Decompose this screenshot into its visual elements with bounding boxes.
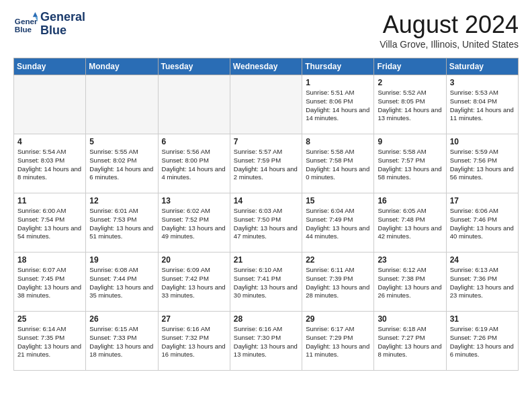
calendar-cell: 5Sunrise: 5:55 AMSunset: 8:02 PMDaylight…	[86, 134, 158, 193]
calendar-cell: 29Sunrise: 6:17 AMSunset: 7:29 PMDayligh…	[302, 312, 374, 371]
day-number: 9	[378, 137, 442, 146]
calendar-cell: 13Sunrise: 6:02 AMSunset: 7:52 PMDayligh…	[158, 193, 230, 253]
cell-info: Sunrise: 5:58 AMSunset: 7:57 PMDaylight:…	[378, 148, 442, 182]
cell-info: Sunrise: 5:59 AMSunset: 7:56 PMDaylight:…	[450, 148, 515, 182]
calendar-cell: 31Sunrise: 6:19 AMSunset: 7:26 PMDayligh…	[446, 312, 518, 371]
day-number: 18	[17, 255, 82, 265]
calendar-cell: 17Sunrise: 6:06 AMSunset: 7:46 PMDayligh…	[446, 193, 518, 253]
day-number: 13	[162, 196, 226, 205]
calendar-week-2: 4Sunrise: 5:54 AMSunset: 8:03 PMDaylight…	[14, 134, 519, 193]
subtitle: Villa Grove, Illinois, United States	[380, 39, 519, 50]
svg-marker-2	[33, 12, 38, 17]
day-number: 5	[89, 137, 154, 146]
calendar-cell: 3Sunrise: 5:53 AMSunset: 8:04 PMDaylight…	[446, 75, 518, 134]
day-number: 24	[450, 255, 515, 265]
cell-info: Sunrise: 6:17 AMSunset: 7:29 PMDaylight:…	[306, 325, 370, 359]
cell-info: Sunrise: 6:04 AMSunset: 7:49 PMDaylight:…	[306, 207, 370, 241]
cell-info: Sunrise: 6:01 AMSunset: 7:53 PMDaylight:…	[89, 207, 154, 241]
calendar-cell: 10Sunrise: 5:59 AMSunset: 7:56 PMDayligh…	[446, 134, 518, 193]
day-number: 23	[378, 255, 442, 265]
logo: General Blue General Blue	[13, 11, 85, 38]
day-header-tuesday: Tuesday	[158, 58, 230, 75]
day-number: 27	[162, 314, 226, 324]
day-header-wednesday: Wednesday	[230, 58, 302, 75]
day-number: 14	[234, 196, 298, 205]
cell-info: Sunrise: 6:03 AMSunset: 7:50 PMDaylight:…	[234, 207, 298, 241]
cell-info: Sunrise: 6:16 AMSunset: 7:30 PMDaylight:…	[234, 325, 298, 359]
calendar-cell: 6Sunrise: 5:56 AMSunset: 8:00 PMDaylight…	[158, 134, 230, 193]
day-number: 10	[450, 137, 515, 146]
calendar-header-row: SundayMondayTuesdayWednesdayThursdayFrid…	[14, 58, 519, 75]
cell-info: Sunrise: 6:14 AMSunset: 7:35 PMDaylight:…	[17, 325, 82, 359]
day-number: 21	[234, 255, 298, 265]
day-header-friday: Friday	[374, 58, 446, 75]
cell-info: Sunrise: 6:16 AMSunset: 7:32 PMDaylight:…	[162, 325, 226, 359]
calendar-cell: 7Sunrise: 5:57 AMSunset: 7:59 PMDaylight…	[230, 134, 302, 193]
calendar-cell	[158, 75, 230, 134]
calendar-cell: 28Sunrise: 6:16 AMSunset: 7:30 PMDayligh…	[230, 312, 302, 371]
calendar-cell: 22Sunrise: 6:11 AMSunset: 7:39 PMDayligh…	[302, 253, 374, 312]
calendar-cell: 14Sunrise: 6:03 AMSunset: 7:50 PMDayligh…	[230, 193, 302, 253]
day-number: 7	[234, 137, 298, 146]
day-header-thursday: Thursday	[302, 58, 374, 75]
cell-info: Sunrise: 6:12 AMSunset: 7:38 PMDaylight:…	[378, 266, 442, 300]
day-number: 16	[378, 196, 442, 205]
day-number: 6	[162, 137, 226, 146]
calendar-week-4: 18Sunrise: 6:07 AMSunset: 7:45 PMDayligh…	[14, 253, 519, 312]
calendar-cell: 15Sunrise: 6:04 AMSunset: 7:49 PMDayligh…	[302, 193, 374, 253]
calendar-cell: 25Sunrise: 6:14 AMSunset: 7:35 PMDayligh…	[14, 312, 86, 371]
day-number: 20	[162, 255, 226, 265]
cell-info: Sunrise: 6:19 AMSunset: 7:26 PMDaylight:…	[450, 325, 515, 359]
logo-line2: Blue	[40, 24, 85, 38]
calendar-week-5: 25Sunrise: 6:14 AMSunset: 7:35 PMDayligh…	[14, 312, 519, 371]
cell-info: Sunrise: 6:06 AMSunset: 7:46 PMDaylight:…	[450, 207, 515, 241]
day-number: 8	[306, 137, 370, 146]
cell-info: Sunrise: 6:02 AMSunset: 7:52 PMDaylight:…	[162, 207, 226, 241]
cell-info: Sunrise: 6:08 AMSunset: 7:44 PMDaylight:…	[89, 266, 154, 300]
calendar-cell: 4Sunrise: 5:54 AMSunset: 8:03 PMDaylight…	[14, 134, 86, 193]
cell-info: Sunrise: 5:56 AMSunset: 8:00 PMDaylight:…	[162, 148, 226, 182]
cell-info: Sunrise: 6:07 AMSunset: 7:45 PMDaylight:…	[17, 266, 82, 300]
cell-info: Sunrise: 6:09 AMSunset: 7:42 PMDaylight:…	[162, 266, 226, 300]
calendar-cell: 20Sunrise: 6:09 AMSunset: 7:42 PMDayligh…	[158, 253, 230, 312]
day-header-sunday: Sunday	[14, 58, 86, 75]
cell-info: Sunrise: 6:18 AMSunset: 7:27 PMDaylight:…	[378, 325, 442, 359]
calendar-cell: 27Sunrise: 6:16 AMSunset: 7:32 PMDayligh…	[158, 312, 230, 371]
day-number: 1	[306, 78, 370, 87]
calendar-cell: 16Sunrise: 6:05 AMSunset: 7:48 PMDayligh…	[374, 193, 446, 253]
calendar-cell: 21Sunrise: 6:10 AMSunset: 7:41 PMDayligh…	[230, 253, 302, 312]
calendar-cell: 2Sunrise: 5:52 AMSunset: 8:05 PMDaylight…	[374, 75, 446, 134]
cell-info: Sunrise: 5:58 AMSunset: 7:58 PMDaylight:…	[306, 148, 370, 182]
calendar-cell: 23Sunrise: 6:12 AMSunset: 7:38 PMDayligh…	[374, 253, 446, 312]
header: General Blue General Blue August 2024 Vi…	[13, 11, 519, 50]
cell-info: Sunrise: 5:57 AMSunset: 7:59 PMDaylight:…	[234, 148, 298, 182]
cell-info: Sunrise: 5:55 AMSunset: 8:02 PMDaylight:…	[89, 148, 154, 182]
day-number: 22	[306, 255, 370, 265]
day-number: 29	[306, 314, 370, 324]
day-header-monday: Monday	[86, 58, 158, 75]
cell-info: Sunrise: 5:54 AMSunset: 8:03 PMDaylight:…	[17, 148, 82, 182]
calendar-cell: 30Sunrise: 6:18 AMSunset: 7:27 PMDayligh…	[374, 312, 446, 371]
day-header-saturday: Saturday	[446, 58, 518, 75]
cell-info: Sunrise: 6:10 AMSunset: 7:41 PMDaylight:…	[234, 266, 298, 300]
day-number: 12	[89, 196, 154, 205]
calendar-cell	[230, 75, 302, 134]
day-number: 26	[89, 314, 154, 324]
logo-text: General Blue	[40, 11, 85, 38]
cell-info: Sunrise: 5:53 AMSunset: 8:04 PMDaylight:…	[450, 89, 515, 123]
title-area: August 2024 Villa Grove, Illinois, Unite…	[380, 11, 519, 50]
calendar-cell: 24Sunrise: 6:13 AMSunset: 7:36 PMDayligh…	[446, 253, 518, 312]
calendar-cell: 8Sunrise: 5:58 AMSunset: 7:58 PMDaylight…	[302, 134, 374, 193]
cell-info: Sunrise: 6:11 AMSunset: 7:39 PMDaylight:…	[306, 266, 370, 300]
day-number: 19	[89, 255, 154, 265]
calendar-cell: 18Sunrise: 6:07 AMSunset: 7:45 PMDayligh…	[14, 253, 86, 312]
calendar-cell: 1Sunrise: 5:51 AMSunset: 8:06 PMDaylight…	[302, 75, 374, 134]
calendar-cell	[86, 75, 158, 134]
calendar-cell: 12Sunrise: 6:01 AMSunset: 7:53 PMDayligh…	[86, 193, 158, 253]
calendar-cell: 9Sunrise: 5:58 AMSunset: 7:57 PMDaylight…	[374, 134, 446, 193]
calendar-week-3: 11Sunrise: 6:00 AMSunset: 7:54 PMDayligh…	[14, 193, 519, 253]
cell-info: Sunrise: 5:52 AMSunset: 8:05 PMDaylight:…	[378, 89, 442, 123]
svg-text:Blue: Blue	[15, 24, 32, 33]
day-number: 2	[378, 78, 442, 87]
logo-icon: General Blue	[13, 12, 38, 36]
